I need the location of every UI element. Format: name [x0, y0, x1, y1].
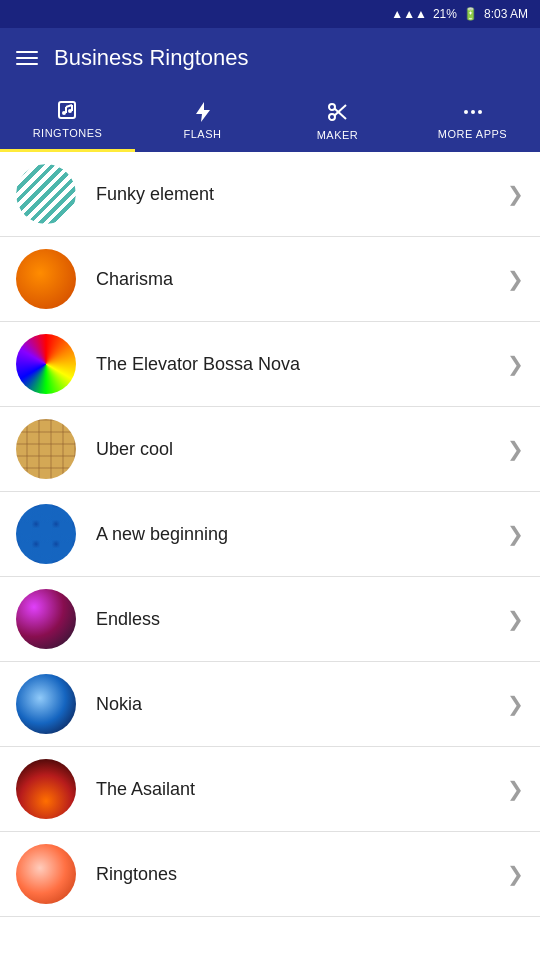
flash-icon: [191, 100, 215, 124]
svg-point-13: [478, 110, 482, 114]
ringtone-name: The Elevator Bossa Nova: [96, 354, 507, 375]
battery-percent: 21%: [433, 7, 457, 21]
tab-ringtones-label: RINGTONES: [33, 127, 103, 139]
signal-icon: ▲▲▲: [391, 7, 427, 21]
list-item[interactable]: Nokia ❯: [0, 662, 540, 747]
ringtone-name: Ringtones: [96, 864, 507, 885]
ringtone-name: A new beginning: [96, 524, 507, 545]
list-item[interactable]: Uber cool ❯: [0, 407, 540, 492]
list-item[interactable]: Funky element ❯: [0, 152, 540, 237]
svg-point-12: [471, 110, 475, 114]
tab-ringtones[interactable]: RINGTONES: [0, 88, 135, 152]
ringtone-name: Funky element: [96, 184, 507, 205]
list-item[interactable]: Ringtones ❯: [0, 832, 540, 917]
ringtone-name: Endless: [96, 609, 507, 630]
tab-flash[interactable]: FLASH: [135, 88, 270, 152]
avatar-elevator-bossa-nova: [16, 334, 76, 394]
list-item[interactable]: Endless ❯: [0, 577, 540, 662]
list-item[interactable]: Charisma ❯: [0, 237, 540, 322]
list-item[interactable]: The Asailant ❯: [0, 747, 540, 832]
time-display: 8:03 AM: [484, 7, 528, 21]
chevron-icon: ❯: [507, 352, 524, 376]
chevron-icon: ❯: [507, 607, 524, 631]
avatar-nokia: [16, 674, 76, 734]
more-icon: [461, 100, 485, 124]
svg-marker-6: [196, 102, 210, 122]
tab-maker-label: MAKER: [317, 129, 359, 141]
chevron-icon: ❯: [507, 267, 524, 291]
chevron-icon: ❯: [507, 692, 524, 716]
scissors-icon: [325, 99, 351, 125]
list-item[interactable]: A new beginning ❯: [0, 492, 540, 577]
avatar-asailant: [16, 759, 76, 819]
avatar-endless: [16, 589, 76, 649]
avatar-charisma: [16, 249, 76, 309]
svg-point-11: [464, 110, 468, 114]
tab-more-apps[interactable]: MORE APPS: [405, 88, 540, 152]
avatar-ringtones: [16, 844, 76, 904]
tab-maker[interactable]: MAKER: [270, 88, 405, 152]
chevron-icon: ❯: [507, 437, 524, 461]
ringtone-name: Nokia: [96, 694, 507, 715]
app-header: Business Ringtones: [0, 28, 540, 88]
chevron-icon: ❯: [507, 522, 524, 546]
ringtone-name: The Asailant: [96, 779, 507, 800]
tab-flash-label: FLASH: [184, 128, 222, 140]
ringtone-name: Uber cool: [96, 439, 507, 460]
music-icon: [56, 99, 80, 123]
chevron-icon: ❯: [507, 777, 524, 801]
avatar-funky-element: [16, 164, 76, 224]
tab-bar: RINGTONES FLASH MAKER MORE: [0, 88, 540, 152]
status-bar: ▲▲▲ 21% 🔋 8:03 AM: [0, 0, 540, 28]
battery-icon: 🔋: [463, 7, 478, 21]
chevron-icon: ❯: [507, 182, 524, 206]
avatar-new-beginning: [16, 504, 76, 564]
ringtone-list: Funky element ❯ Charisma ❯ The Elevator …: [0, 152, 540, 960]
tab-more-label: MORE APPS: [438, 128, 507, 140]
app-title: Business Ringtones: [54, 45, 248, 71]
hamburger-menu-button[interactable]: [16, 51, 38, 65]
avatar-uber-cool: [16, 419, 76, 479]
list-item[interactable]: The Elevator Bossa Nova ❯: [0, 322, 540, 407]
chevron-icon: ❯: [507, 862, 524, 886]
ringtone-name: Charisma: [96, 269, 507, 290]
